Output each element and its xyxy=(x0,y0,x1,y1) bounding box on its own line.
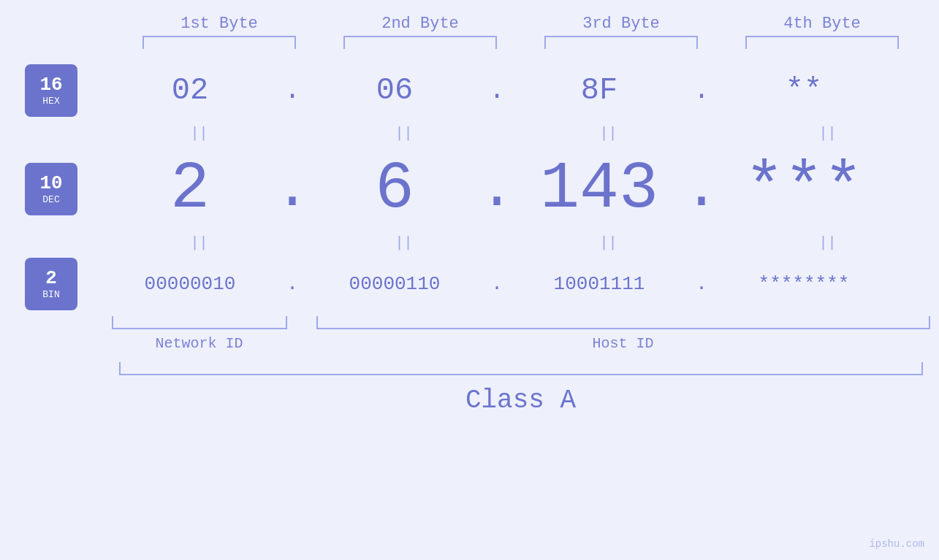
eq2-b4: || xyxy=(726,233,930,255)
bin-dot2: . xyxy=(482,273,512,295)
host-bracket xyxy=(316,316,930,329)
equals-row-2: || || || || xyxy=(112,233,930,255)
bin-row: 2 BIN 00000010 . 00000110 . 10001111 . xyxy=(0,255,939,313)
eq1-b4: || xyxy=(726,123,930,145)
bin-data: 00000010 . 00000110 . 10001111 . *******… xyxy=(102,273,939,295)
bin-badge-col: 2 BIN xyxy=(0,258,102,310)
bracket-labels: Network ID Host ID xyxy=(112,335,930,352)
dec-badge-num: 10 xyxy=(39,173,62,194)
hex-badge-label: HEX xyxy=(42,96,59,107)
bin-b3: 10001111 xyxy=(512,273,687,295)
bin-dot3: . xyxy=(687,273,716,295)
network-bracket xyxy=(112,316,287,329)
equals-row-1: || || || || xyxy=(112,123,930,145)
byte1-header: 1st Byte xyxy=(132,15,307,33)
eq2-b2: || xyxy=(316,233,492,255)
eq2-b3: || xyxy=(521,233,696,255)
byte-headers: 1st Byte 2nd Byte 3rd Byte 4th Byte xyxy=(119,15,923,33)
dec-data: 2 . 6 . 143 . *** xyxy=(102,152,939,226)
byte3-header: 3rd Byte xyxy=(533,15,709,33)
hex-dot3: . xyxy=(687,76,716,106)
hex-b1: 02 xyxy=(102,73,278,108)
dec-dot1: . xyxy=(278,156,307,223)
bin-dot1: . xyxy=(278,273,307,295)
top-brackets xyxy=(119,36,923,49)
hex-data: 02 . 06 . 8F . ** xyxy=(102,73,939,108)
bin-b1: 00000010 xyxy=(102,273,278,295)
dec-badge: 10 DEC xyxy=(25,163,77,215)
class-section: Class A xyxy=(119,362,923,415)
watermark: ipshu.com xyxy=(869,538,924,550)
main-container: 1st Byte 2nd Byte 3rd Byte 4th Byte 16 H… xyxy=(0,0,939,560)
dec-dot2: . xyxy=(482,156,512,223)
bottom-brackets-section: Network ID Host ID xyxy=(112,316,930,352)
eq2-b1: || xyxy=(112,233,287,255)
dec-badge-col: 10 DEC xyxy=(0,163,102,215)
dec-b1: 2 xyxy=(102,152,278,226)
host-id-label: Host ID xyxy=(316,335,930,352)
dec-row: 10 DEC 2 . 6 . 143 . *** xyxy=(0,145,939,233)
bin-b4: ******** xyxy=(716,273,892,295)
bracket-top-4 xyxy=(745,36,899,49)
hex-b2: 06 xyxy=(307,73,482,108)
class-label: Class A xyxy=(119,386,923,415)
dec-b2: 6 xyxy=(307,152,482,226)
bin-badge-num: 2 xyxy=(45,268,57,289)
hex-badge-col: 16 HEX xyxy=(0,64,102,117)
hex-badge-num: 16 xyxy=(39,74,62,96)
dec-badge-label: DEC xyxy=(42,194,59,206)
eq1-b3: || xyxy=(521,123,696,145)
hex-dot2: . xyxy=(482,76,512,106)
hex-row: 16 HEX 02 . 06 . 8F . ** xyxy=(0,58,939,123)
bracket-top-2 xyxy=(343,36,497,49)
hex-badge: 16 HEX xyxy=(25,64,77,117)
bracket-top-1 xyxy=(142,36,296,49)
hex-dot1: . xyxy=(278,76,307,106)
eq1-b1: || xyxy=(112,123,287,145)
hex-b4: ** xyxy=(716,73,892,108)
network-id-label: Network ID xyxy=(112,335,287,352)
class-bracket xyxy=(119,362,923,375)
dec-dot3: . xyxy=(687,156,716,223)
eq1-b2: || xyxy=(316,123,492,145)
bottom-brackets xyxy=(112,316,930,329)
bin-b2: 00000110 xyxy=(307,273,482,295)
dec-b4: *** xyxy=(716,152,892,226)
dec-b3: 143 xyxy=(512,152,687,226)
bracket-top-3 xyxy=(544,36,698,49)
byte4-header: 4th Byte xyxy=(734,15,910,33)
bin-badge-label: BIN xyxy=(42,289,59,301)
bin-badge: 2 BIN xyxy=(25,258,77,310)
byte2-header: 2nd Byte xyxy=(332,15,508,33)
hex-b3: 8F xyxy=(512,73,687,108)
